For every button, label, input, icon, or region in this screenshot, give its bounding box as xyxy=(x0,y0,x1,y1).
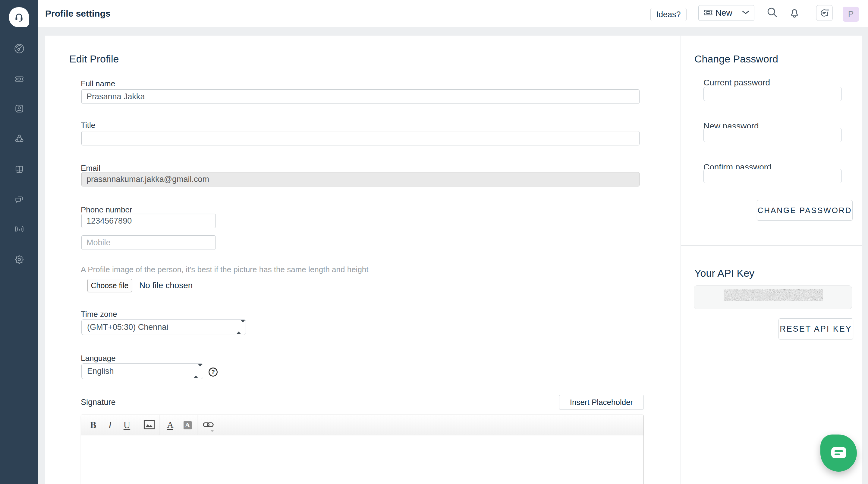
new-button-label: New xyxy=(715,8,733,18)
select-spinner-icon xyxy=(194,367,198,376)
new-ticket-split-button[interactable]: New xyxy=(698,5,754,21)
font-color-glyph: A xyxy=(167,420,174,430)
link-icon xyxy=(203,422,214,429)
sidebar-item-tickets[interactable] xyxy=(13,73,26,86)
toolbar-separator xyxy=(197,415,197,435)
bar-chart-icon xyxy=(13,223,25,236)
sidebar-item-admin[interactable] xyxy=(13,254,26,266)
insert-placeholder-button[interactable]: Insert Placeholder xyxy=(559,395,644,410)
language-help-icon[interactable]: ? xyxy=(209,368,218,377)
profile-image-hint: A Profile image of the person, it's best… xyxy=(81,265,369,274)
language-select[interactable]: English xyxy=(82,363,203,379)
ideas-button-label: Ideas? xyxy=(656,10,681,19)
current-password-label: Current password xyxy=(704,78,770,87)
language-value: English xyxy=(87,367,114,376)
editor-toolbar: B I U A A xyxy=(81,415,644,436)
new-password-input[interactable] xyxy=(704,128,842,142)
sidebar-item-analytics[interactable] xyxy=(13,223,26,236)
signature-editor[interactable]: B I U A A xyxy=(81,415,644,484)
chat-bubble-icon xyxy=(831,447,847,460)
api-key-box xyxy=(694,285,852,309)
full-name-label: Full name xyxy=(81,79,115,88)
title-input[interactable] xyxy=(82,131,640,145)
right-panel xyxy=(681,36,862,484)
chevron-down-icon xyxy=(742,10,749,16)
chat-bubbles-icon xyxy=(13,193,25,206)
sidebar-item-forums[interactable] xyxy=(13,193,26,206)
bold-button[interactable]: B xyxy=(88,415,98,435)
confirm-password-input[interactable] xyxy=(704,169,842,183)
underline-glyph: U xyxy=(124,420,130,431)
italic-button[interactable]: I xyxy=(104,415,116,435)
bold-glyph: B xyxy=(90,420,96,431)
change-password-heading: Change Password xyxy=(694,53,778,65)
freshdesk-logo[interactable] xyxy=(9,7,29,27)
whats-new-button[interactable] xyxy=(816,5,833,21)
phone-label: Phone number xyxy=(81,205,132,215)
italic-glyph: I xyxy=(108,420,112,431)
choose-file-label: Choose file xyxy=(91,281,128,290)
email-label: Email xyxy=(81,164,100,173)
toolbar-separator xyxy=(159,415,159,435)
feedback-bubble-icon xyxy=(818,7,831,19)
app-root: Profile settings Ideas? New xyxy=(0,0,868,484)
new-ticket-button[interactable]: New xyxy=(699,5,737,21)
question-mark: ? xyxy=(211,369,215,375)
bg-color-glyph: A xyxy=(184,421,192,429)
font-color-button[interactable]: A xyxy=(165,415,176,435)
avatar-initial: P xyxy=(848,9,854,19)
sidebar-item-dashboard[interactable] xyxy=(13,43,26,56)
api-key-redacted-value xyxy=(724,289,823,302)
toolbar-separator xyxy=(138,415,138,435)
insert-placeholder-label: Insert Placeholder xyxy=(570,398,633,407)
page-title: Profile settings xyxy=(45,0,111,27)
ticket-icon xyxy=(13,73,25,86)
current-password-input[interactable] xyxy=(704,87,842,101)
choose-file-button[interactable]: Choose file xyxy=(87,279,132,292)
phone-input[interactable] xyxy=(82,213,216,228)
ideas-button[interactable]: Ideas? xyxy=(650,8,687,21)
change-password-button-label: CHANGE PASSWORD xyxy=(757,206,852,215)
link-dropdown-caret-icon[interactable] xyxy=(211,430,214,432)
reset-api-key-button[interactable]: RESET API KEY xyxy=(778,318,853,339)
timezone-value: (GMT+05:30) Chennai xyxy=(87,322,168,332)
edit-profile-heading: Edit Profile xyxy=(69,53,119,65)
email-input xyxy=(82,172,640,187)
gear-icon xyxy=(13,253,25,267)
sidebar-item-contacts[interactable] xyxy=(13,103,26,116)
title-label: Title xyxy=(81,121,95,130)
language-label: Language xyxy=(81,354,116,363)
new-dropdown-toggle[interactable] xyxy=(737,5,754,21)
headset-icon xyxy=(13,10,25,24)
insert-image-button[interactable] xyxy=(143,415,156,435)
panel-divider xyxy=(681,245,862,246)
book-icon xyxy=(13,163,25,176)
user-avatar[interactable]: P xyxy=(843,7,859,22)
background-color-button[interactable]: A xyxy=(183,415,192,435)
underline-button[interactable]: U xyxy=(121,415,132,435)
insert-link-button[interactable] xyxy=(202,415,214,435)
change-password-button[interactable]: CHANGE PASSWORD xyxy=(757,200,852,221)
full-name-input[interactable] xyxy=(82,89,640,104)
timezone-label: Time zone xyxy=(81,310,117,319)
search-icon[interactable] xyxy=(766,6,779,20)
reset-api-key-label: RESET API KEY xyxy=(780,324,852,334)
sidebar-item-solutions[interactable] xyxy=(13,163,26,176)
community-icon xyxy=(13,133,25,146)
sidebar-item-community[interactable] xyxy=(13,133,26,146)
chat-launcher-button[interactable] xyxy=(820,434,857,472)
api-key-heading: Your API Key xyxy=(694,267,754,279)
image-icon xyxy=(144,420,155,431)
signature-editor-body[interactable] xyxy=(81,435,644,484)
main-sidebar xyxy=(0,0,38,484)
dashboard-icon xyxy=(13,42,25,56)
notifications-bell-icon[interactable] xyxy=(788,6,802,20)
mobile-input[interactable] xyxy=(82,235,216,250)
signature-label: Signature xyxy=(81,398,116,407)
no-file-chosen-text: No file chosen xyxy=(139,281,193,290)
contact-card-icon xyxy=(13,103,25,116)
timezone-select[interactable]: (GMT+05:30) Chennai xyxy=(82,319,246,335)
select-spinner-icon xyxy=(237,322,241,332)
top-header: Profile settings Ideas? New xyxy=(38,0,868,27)
ticket-icon xyxy=(704,9,713,17)
